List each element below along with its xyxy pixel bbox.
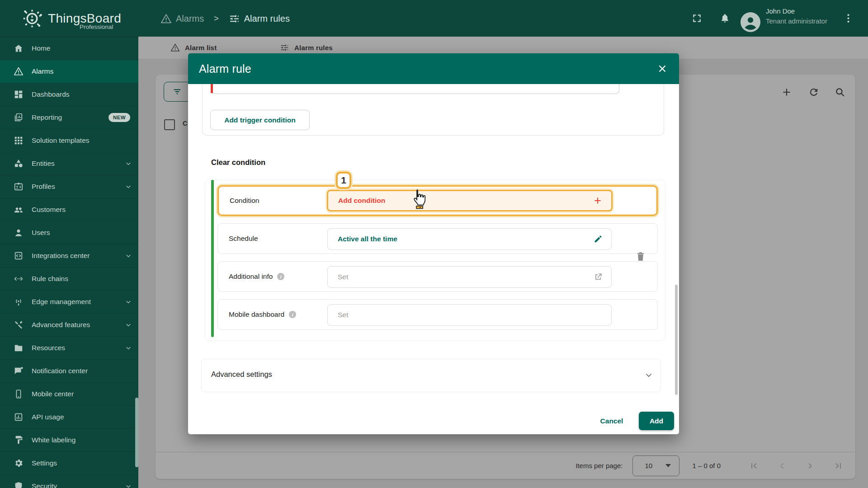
chevron-down-icon [124, 182, 133, 191]
add-button[interactable]: Add [639, 412, 674, 430]
notification-icon [14, 366, 24, 376]
sidebar-item-edge-management[interactable]: Edge management [0, 291, 138, 314]
sidebar-item-label: Edge management [32, 298, 124, 306]
additional-info-field[interactable]: Set [327, 266, 612, 288]
mobile-dashboard-label: Mobile dashboard i [229, 310, 296, 319]
top-header-bar: ThingsBoard Professional Alarms > Alarm … [0, 0, 868, 37]
sidebar-item-label: Solution templates [32, 136, 133, 145]
sidebar-item-label: Notification center [32, 367, 133, 375]
sidebar-item-label: Reporting [32, 113, 108, 122]
sidebar-scrollbar[interactable] [135, 398, 138, 467]
close-icon[interactable] [656, 63, 668, 75]
plus-icon [592, 195, 603, 206]
sidebar-item-mobile-center[interactable]: Mobile center [0, 383, 138, 406]
dialog-header: Alarm rule [188, 53, 679, 84]
app-edition: Professional [80, 23, 113, 30]
sidebar-item-rule-chains[interactable]: Rule chains [0, 267, 138, 291]
sidebar-item-customers[interactable]: Customers [0, 198, 138, 221]
dashboards-icon [14, 89, 24, 99]
tune-icon [229, 13, 240, 24]
sidebar-item-label: Dashboards [32, 90, 133, 99]
sidebar-item-white-labeling[interactable]: White labeling [0, 429, 138, 452]
sidebar-item-label: Integrations center [32, 252, 124, 260]
edit-icon [593, 234, 603, 244]
more-vert-icon[interactable] [843, 13, 854, 24]
valid-section-indicator [211, 180, 214, 337]
sidebar-item-home[interactable]: Home [0, 37, 138, 60]
thingsboard-app: ThingsBoard Professional Alarms > Alarm … [0, 0, 868, 488]
sidebar-item-label: Advanced features [32, 321, 124, 329]
sidebar-item-integrations-center[interactable]: Integrations center [0, 244, 138, 267]
dialog-title: Alarm rule [199, 62, 251, 75]
sidebar-nav: HomeAlarmsDashboardsReportingNEWSolution… [0, 37, 138, 488]
breadcrumb-alarm-rules: Alarm rules [229, 13, 290, 24]
additional-info-row: Additional info i Set [217, 261, 658, 292]
fullscreen-icon[interactable] [691, 13, 703, 24]
folder-icon [14, 343, 24, 353]
sidebar-item-label: API usage [32, 413, 133, 421]
warning-icon [160, 13, 172, 24]
breadcrumb: Alarms > Alarm rules [160, 12, 290, 25]
shield-icon [14, 481, 24, 488]
paint-icon [14, 435, 24, 445]
edge-icon [14, 297, 24, 307]
delete-icon[interactable] [634, 250, 647, 263]
smartphone-icon [14, 389, 24, 399]
home-icon [14, 43, 24, 53]
cancel-button[interactable]: Cancel [590, 413, 633, 430]
sidebar-item-alarms[interactable]: Alarms [0, 60, 138, 83]
sidebar-item-label: Settings [32, 459, 133, 467]
sidebar-item-security[interactable]: Security [0, 475, 138, 488]
info-icon: i [289, 311, 296, 318]
warning-icon [14, 66, 24, 76]
gear-icon [14, 458, 24, 468]
sidebar-item-label: Alarms [32, 67, 133, 75]
sidebar-item-settings[interactable]: Settings [0, 452, 138, 475]
add-trigger-condition-button[interactable]: Add trigger condition [210, 110, 310, 130]
schedule-label: Schedule [229, 235, 258, 243]
sidebar-item-notification-center[interactable]: Notification center [0, 360, 138, 383]
schedule-field[interactable]: Active all the time [327, 228, 612, 250]
chart-icon [14, 412, 24, 422]
sidebar-item-entities[interactable]: Entities [0, 152, 138, 175]
schedule-row: Schedule Active all the time [217, 223, 658, 254]
sidebar-item-label: Profiles [32, 183, 124, 191]
advanced-settings-label: Advanced settings [211, 370, 272, 379]
sidebar-item-solution-templates[interactable]: Solution templates [0, 129, 138, 152]
person-icon [741, 13, 760, 31]
mobile-dashboard-field[interactable]: Set [327, 304, 612, 326]
thingsboard-logo-icon [21, 7, 43, 30]
avatar[interactable] [741, 12, 760, 32]
additional-info-label: Additional info i [229, 272, 284, 281]
chevron-down-icon [644, 370, 654, 380]
sidebar-item-reporting[interactable]: ReportingNEW [0, 106, 138, 129]
info-icon: i [277, 273, 284, 280]
sidebar-item-advanced-features[interactable]: Advanced features [0, 314, 138, 337]
user-name: John Doe [766, 7, 795, 15]
sidebar-item-profiles[interactable]: Profiles [0, 175, 138, 198]
sidebar-item-label: Security [32, 482, 124, 488]
breadcrumb-alarms[interactable]: Alarms [160, 13, 204, 24]
sidebar-item-label: Mobile center [32, 390, 133, 398]
rule-chain-icon [14, 274, 24, 284]
sidebar-item-api-usage[interactable]: API usage [0, 406, 138, 429]
dialog-scrollbar[interactable] [675, 285, 678, 395]
reporting-icon [14, 113, 24, 122]
breadcrumb-separator: > [214, 14, 219, 23]
chevron-down-icon [124, 297, 133, 306]
sidebar-item-dashboards[interactable]: Dashboards [0, 83, 138, 106]
tools-icon [14, 320, 24, 330]
add-condition-field[interactable]: Add condition [327, 190, 613, 211]
sidebar-item-label: Rule chains [32, 275, 133, 283]
sidebar-item-label: Users [32, 229, 133, 237]
trigger-condition-field-partial[interactable] [211, 84, 619, 94]
entities-icon [14, 159, 24, 169]
sidebar-item-resources[interactable]: Resources [0, 337, 138, 360]
chevron-down-icon [124, 482, 133, 488]
mobile-dashboard-row: Mobile dashboard i Set [217, 299, 658, 330]
person-icon [14, 228, 24, 238]
notifications-icon[interactable] [719, 12, 731, 23]
condition-label: Condition [230, 197, 259, 205]
integration-icon [14, 251, 24, 261]
sidebar-item-users[interactable]: Users [0, 221, 138, 244]
